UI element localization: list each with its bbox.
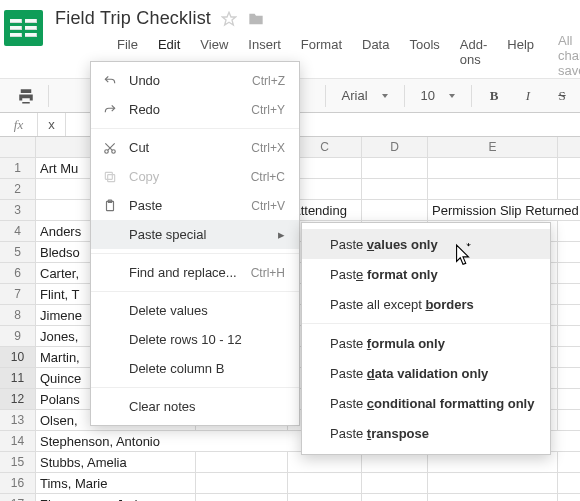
menu-cut[interactable]: Cut Ctrl+X xyxy=(91,133,299,162)
cell[interactable] xyxy=(288,473,362,494)
cell[interactable] xyxy=(288,452,362,473)
cell[interactable]: Tims, Marie xyxy=(36,473,196,494)
select-all-corner[interactable] xyxy=(0,137,36,158)
row-header[interactable]: 12 xyxy=(0,389,36,410)
menu-addons[interactable]: Add-ons xyxy=(450,33,497,78)
cell[interactable] xyxy=(288,494,362,501)
cell[interactable]: Permission Slip Returned xyxy=(428,200,580,221)
submenu-paste-cond-label: Paste conditional formatting only xyxy=(330,396,534,411)
star-icon[interactable] xyxy=(221,11,237,27)
cell[interactable] xyxy=(428,473,558,494)
cell[interactable] xyxy=(362,158,428,179)
cell[interactable] xyxy=(428,494,558,501)
doc-title[interactable]: Field Trip Checklist xyxy=(55,8,211,29)
font-size-select[interactable]: 10 xyxy=(413,84,463,108)
cell[interactable] xyxy=(362,452,428,473)
cell[interactable] xyxy=(558,410,580,431)
row-header[interactable]: 17 xyxy=(0,494,36,501)
name-box[interactable]: x xyxy=(38,113,66,136)
row-header[interactable]: 11 xyxy=(0,368,36,389)
cell[interactable] xyxy=(196,473,288,494)
sheets-app-icon[interactable] xyxy=(4,10,43,46)
cell[interactable] xyxy=(428,179,558,200)
cell[interactable] xyxy=(196,494,288,501)
menu-tools[interactable]: Tools xyxy=(399,33,449,78)
row-header[interactable]: 1 xyxy=(0,158,36,179)
font-family-select[interactable]: Arial xyxy=(334,84,396,108)
menu-delete-column[interactable]: Delete column B xyxy=(91,354,299,383)
menu-find-replace[interactable]: Find and replace... Ctrl+H xyxy=(91,258,299,287)
submenu-paste-transpose[interactable]: Paste transpose xyxy=(302,418,550,448)
row-header[interactable]: 10 xyxy=(0,347,36,368)
row-header[interactable]: 5 xyxy=(0,242,36,263)
menu-delete-rows[interactable]: Delete rows 10 - 12 xyxy=(91,325,299,354)
submenu-paste-formula[interactable]: Paste formula only xyxy=(302,328,550,358)
cell[interactable] xyxy=(558,242,580,263)
italic-button[interactable]: I xyxy=(514,83,542,109)
menu-help[interactable]: Help xyxy=(497,33,544,78)
menu-paste-shortcut: Ctrl+V xyxy=(251,199,285,213)
submenu-paste-data-validation[interactable]: Paste data validation only xyxy=(302,358,550,388)
submenu-paste-datav-label: Paste data validation only xyxy=(330,366,488,381)
row-header[interactable]: 7 xyxy=(0,284,36,305)
strikethrough-button[interactable]: S xyxy=(548,83,576,109)
cell[interactable] xyxy=(558,473,580,494)
menu-undo[interactable]: Undo Ctrl+Z xyxy=(91,66,299,95)
col-header-e[interactable]: E xyxy=(428,137,558,158)
submenu-paste-values[interactable]: Paste values only xyxy=(302,229,550,259)
submenu-paste-values-label: Paste values only xyxy=(330,237,438,252)
row-header[interactable]: 16 xyxy=(0,473,36,494)
menu-paste-special[interactable]: Paste special ▸ xyxy=(91,220,299,249)
submenu-paste-format[interactable]: Paste format only xyxy=(302,259,550,289)
cell[interactable] xyxy=(362,473,428,494)
row-header[interactable]: 3 xyxy=(0,200,36,221)
submenu-paste-borders-label: Paste all except borders xyxy=(330,297,474,312)
bold-button[interactable]: B xyxy=(480,83,508,109)
cell[interactable] xyxy=(558,305,580,326)
cell[interactable] xyxy=(362,179,428,200)
menu-data[interactable]: Data xyxy=(352,33,399,78)
cell[interactable] xyxy=(558,452,580,473)
submenu-paste-conditional[interactable]: Paste conditional formatting only xyxy=(302,388,550,418)
submenu-paste-borders[interactable]: Paste all except borders xyxy=(302,289,550,319)
cell[interactable] xyxy=(558,179,580,200)
cell[interactable] xyxy=(558,263,580,284)
cell[interactable] xyxy=(558,284,580,305)
menu-paste[interactable]: Paste Ctrl+V xyxy=(91,191,299,220)
cell[interactable] xyxy=(362,200,428,221)
undo-icon xyxy=(101,74,119,88)
cell[interactable] xyxy=(428,158,558,179)
menu-delete-col-label: Delete column B xyxy=(129,361,285,376)
row-header[interactable]: 15 xyxy=(0,452,36,473)
cell[interactable] xyxy=(558,326,580,347)
row-header[interactable]: 4 xyxy=(0,221,36,242)
cell[interactable] xyxy=(558,368,580,389)
row-header[interactable]: 13 xyxy=(0,410,36,431)
row-header[interactable]: 9 xyxy=(0,326,36,347)
print-icon[interactable] xyxy=(12,83,40,109)
cell[interactable] xyxy=(428,452,558,473)
row-header[interactable]: 6 xyxy=(0,263,36,284)
col-header-d[interactable]: D xyxy=(362,137,428,158)
menu-clear-notes[interactable]: Clear notes xyxy=(91,392,299,421)
cell[interactable]: Zimmerman, Jude xyxy=(36,494,196,501)
row-header[interactable]: 14 xyxy=(0,431,36,452)
menu-delete-values[interactable]: Delete values xyxy=(91,296,299,325)
cell[interactable] xyxy=(558,389,580,410)
font-size-label: 10 xyxy=(421,88,435,103)
col-header-blank[interactable] xyxy=(558,137,580,158)
cell[interactable] xyxy=(558,221,580,242)
cell[interactable] xyxy=(558,158,580,179)
svg-rect-3 xyxy=(108,174,115,181)
cell[interactable] xyxy=(558,494,580,501)
cell[interactable] xyxy=(558,347,580,368)
menu-redo[interactable]: Redo Ctrl+Y xyxy=(91,95,299,124)
cell[interactable] xyxy=(362,494,428,501)
menu-format[interactable]: Format xyxy=(291,33,352,78)
row-header[interactable]: 2 xyxy=(0,179,36,200)
cell[interactable]: Stubbs, Amelia xyxy=(36,452,196,473)
cell[interactable] xyxy=(196,452,288,473)
folder-icon[interactable] xyxy=(247,11,265,27)
row-header[interactable]: 8 xyxy=(0,305,36,326)
svg-marker-0 xyxy=(222,12,235,25)
